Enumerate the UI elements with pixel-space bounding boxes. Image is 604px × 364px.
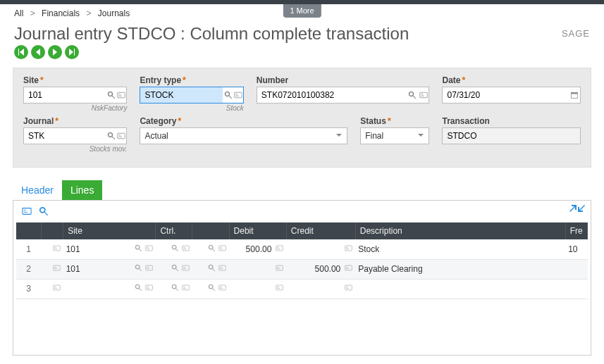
search-icon[interactable] <box>171 284 179 294</box>
breadcrumb-journals[interactable]: Journals <box>98 8 130 18</box>
card-icon[interactable] <box>276 264 283 274</box>
calendar-icon[interactable] <box>569 91 580 99</box>
card-icon[interactable] <box>182 264 190 274</box>
cell-credit[interactable] <box>286 239 355 259</box>
col-debit[interactable]: Debit <box>229 222 286 239</box>
svg-rect-30 <box>277 247 279 248</box>
table-row[interactable]: 2101500.00Payable Clearing <box>16 259 588 279</box>
card-icon[interactable] <box>345 284 352 294</box>
card-icon[interactable] <box>145 284 153 294</box>
one-more-pill[interactable]: 1 More <box>283 4 321 18</box>
row-card-cell[interactable] <box>41 279 63 299</box>
date-input-wrap[interactable] <box>442 87 581 103</box>
card-icon[interactable] <box>233 91 243 99</box>
card-icon[interactable] <box>345 264 352 274</box>
svg-rect-65 <box>276 285 283 290</box>
row-card-cell[interactable] <box>41 239 63 259</box>
journal-input[interactable] <box>24 128 106 144</box>
prev-record-button[interactable] <box>31 45 45 59</box>
last-record-button[interactable] <box>65 45 79 59</box>
tab-lines[interactable]: Lines <box>62 180 102 200</box>
card-icon[interactable] <box>53 264 61 274</box>
grid-expand-controls[interactable] <box>569 205 585 212</box>
card-icon[interactable] <box>276 284 283 294</box>
next-record-button[interactable] <box>48 45 62 59</box>
table-row[interactable]: 1101500.00Stock10 <box>16 239 588 259</box>
col-ctrl[interactable]: Ctrl. <box>156 222 192 239</box>
cell-description[interactable]: Stock <box>355 239 565 259</box>
cell-site[interactable] <box>63 279 156 299</box>
cell-debit[interactable] <box>229 259 286 279</box>
card-icon[interactable] <box>276 244 283 254</box>
cell-ctrl[interactable] <box>156 259 192 279</box>
card-icon[interactable] <box>218 244 226 254</box>
table-row[interactable]: 3 <box>16 279 588 299</box>
cell-debit[interactable] <box>229 279 286 299</box>
search-icon[interactable] <box>208 284 216 294</box>
card-icon[interactable] <box>145 244 153 254</box>
search-icon[interactable] <box>171 244 179 254</box>
cell-fre[interactable] <box>565 279 587 299</box>
col-site[interactable]: Site <box>63 222 156 239</box>
number-input-wrap[interactable] <box>257 87 430 103</box>
cell-extra[interactable] <box>192 259 229 279</box>
cell-credit[interactable]: 500.00 <box>286 259 355 279</box>
cell-description[interactable] <box>355 279 565 299</box>
cell-debit[interactable]: 500.00 <box>229 239 286 259</box>
site-input[interactable] <box>24 87 106 103</box>
search-icon[interactable] <box>407 91 418 99</box>
tab-header[interactable]: Header <box>13 180 62 200</box>
col-credit[interactable]: Credit <box>286 222 355 239</box>
card-icon[interactable] <box>116 91 126 99</box>
entry-type-input[interactable] <box>140 87 223 103</box>
cell-site[interactable]: 101 <box>63 259 156 279</box>
col-fre[interactable]: Fre <box>565 222 587 239</box>
search-icon[interactable] <box>135 284 142 294</box>
card-icon[interactable] <box>53 244 61 254</box>
breadcrumb-financials[interactable]: Financials <box>42 8 80 18</box>
date-input[interactable] <box>443 87 568 103</box>
card-icon[interactable] <box>145 264 153 274</box>
card-icon[interactable] <box>182 284 190 294</box>
status-select[interactable]: Final <box>360 127 429 144</box>
card-icon[interactable] <box>182 244 190 254</box>
lines-grid-area: Site Ctrl. Debit Credit Description Fre … <box>13 201 591 356</box>
card-icon[interactable] <box>53 284 61 294</box>
cell-description[interactable]: Payable Clearing <box>355 259 565 279</box>
entry-type-input-wrap[interactable] <box>140 87 243 103</box>
search-icon[interactable] <box>39 206 49 218</box>
card-icon[interactable] <box>22 206 32 218</box>
number-input[interactable] <box>257 87 407 103</box>
cell-ctrl[interactable] <box>156 239 192 259</box>
journal-input-wrap[interactable] <box>23 127 127 144</box>
search-icon[interactable] <box>135 264 142 274</box>
cell-site[interactable]: 101 <box>63 239 156 259</box>
col-description[interactable]: Description <box>355 222 565 239</box>
search-icon[interactable] <box>135 244 142 254</box>
svg-rect-5 <box>235 96 239 96</box>
category-select[interactable]: Actual <box>140 127 347 144</box>
card-icon[interactable] <box>345 244 352 254</box>
site-input-wrap[interactable] <box>23 87 127 103</box>
search-icon[interactable] <box>106 132 116 140</box>
row-card-cell[interactable] <box>41 259 63 279</box>
cell-ctrl[interactable] <box>156 279 192 299</box>
search-icon[interactable] <box>171 264 179 274</box>
cell-fre[interactable]: 10 <box>565 239 587 259</box>
search-icon[interactable] <box>208 264 216 274</box>
cell-extra[interactable] <box>192 239 229 259</box>
card-icon[interactable] <box>418 91 429 99</box>
search-icon[interactable] <box>223 91 233 99</box>
first-record-button[interactable] <box>14 45 28 59</box>
cell-fre[interactable] <box>565 259 587 279</box>
card-icon[interactable] <box>218 284 226 294</box>
arrow-down-left-icon[interactable] <box>578 205 585 212</box>
cell-extra[interactable] <box>192 279 229 299</box>
breadcrumb-all[interactable]: All <box>14 8 23 18</box>
card-icon[interactable] <box>218 264 226 274</box>
search-icon[interactable] <box>208 244 216 254</box>
card-icon[interactable] <box>116 132 126 140</box>
search-icon[interactable] <box>106 91 116 99</box>
cell-credit[interactable] <box>286 279 355 299</box>
arrow-up-right-icon[interactable] <box>569 205 577 212</box>
